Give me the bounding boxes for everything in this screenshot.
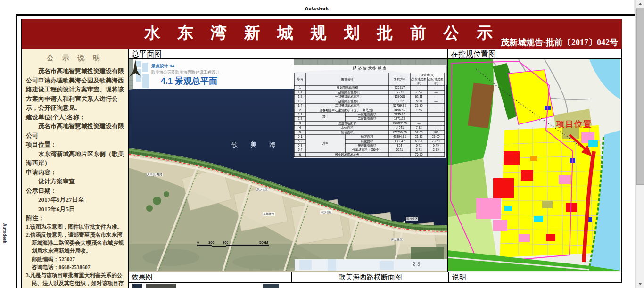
col-header-pct-land: 占陆地总面积 xyxy=(428,77,445,86)
plan-sheet-title: 4.1 景观总平面 xyxy=(161,75,217,87)
master-plan-panel: 总平面图 xyxy=(129,49,448,272)
notice-document: 水 东 湾 新 城 规 划 批 前 公 示 茂新城规告-批前〔2017〕042号… xyxy=(16,14,638,288)
notice-line: 申请内容： xyxy=(26,168,124,177)
rendering-panel-title: 效果图 xyxy=(129,272,292,282)
zoning-map-image: 项目位置 xyxy=(448,59,620,272)
master-plan-image: 景点设计 04 歌美海公园及歌美海西路建设工程设计 4.1 景观总平面 歌 美 … xyxy=(129,59,447,272)
notice-title: 水 东 湾 新 城 规 划 批 前 公 示 xyxy=(144,22,499,44)
plan-area-label: 亲水住区 xyxy=(320,210,332,214)
scroll-down-icon xyxy=(638,283,642,285)
table-row: 1.4二期景观基地面积53759.3823.80— xyxy=(295,104,445,108)
table-row: 5陆地面积177796.3892.68100 xyxy=(295,130,445,134)
plan-series-label: 景点设计 04 xyxy=(151,63,174,69)
location-map-panel-title: 在控规位置图 xyxy=(448,49,621,59)
notice-line: 建设单位(个人)名称： xyxy=(26,113,124,122)
notice-line: 咨询电话：0668-2538607 xyxy=(26,263,124,272)
notice-line: 设计方案审查 xyxy=(26,177,124,186)
notice-text-block: 茂名市高地智慧城投资建设有限公司申请办理歌美海公园及歌美海西路建设工程的设计方案… xyxy=(26,66,124,288)
cross-section-panel-title: 歌美海西路横断面图 xyxy=(292,272,449,282)
description-panel-title: 说明 xyxy=(449,272,622,282)
plan-area-label: 芦苇区·海湾 xyxy=(147,173,163,176)
public-notice-panel: 公 示 说 明 茂名市高地智慧城投资建设有限公司申请办理歌美海公园及歌美海西路建… xyxy=(21,49,129,288)
notice-line: 项目位置： xyxy=(26,140,124,149)
notice-line: 邮政编码：525027 xyxy=(26,255,124,263)
col-header-area: 面积(m²) xyxy=(389,73,411,86)
plan-footer-strip: 23 xyxy=(295,259,447,271)
notice-line: 附注： xyxy=(26,214,124,223)
table-row: 1规划用地总面积225917—— xyxy=(295,86,445,90)
scrollbar-thumb[interactable] xyxy=(636,8,644,185)
notice-line: 茂名市高地智慧城投资建设有限公司 xyxy=(26,122,124,140)
project-location-label: 项目位置 xyxy=(556,119,592,130)
col-header-no: 序号 xyxy=(295,73,306,86)
table-row: 1.1一期道路基地面积172717.64— xyxy=(295,90,445,94)
autodesk-logo-left: Autodesk xyxy=(2,223,7,243)
zoning-map-art xyxy=(448,59,620,271)
autodesk-logo-top: Autodesk xyxy=(305,6,329,11)
table-row: 2.1其中一层建筑面积2225.35 xyxy=(295,112,445,116)
table-row: 3景观基地面积191827.38— xyxy=(295,121,445,125)
bottom-section-headers: 效果图 歌美海西路横断面图 说明 xyxy=(129,272,622,283)
table-row: 5.1其中铺装面积40894.3821.3223.00 xyxy=(295,135,445,139)
plan-area-label: 亲水住区 xyxy=(263,212,275,216)
plan-area-label: 亲水住区 xyxy=(256,188,268,191)
title-band: 水 东 湾 新 城 规 划 批 前 公 示 茂新城规告-批前〔2017〕042号 xyxy=(21,19,622,49)
table-row: 2游客服务中心建筑面积（位于一期范围）3496.621.55 xyxy=(295,108,445,112)
notice-line: 茂名市高地智慧城投资建设有限公司申请办理歌美海公园及歌美海西路建设工程的设计方案… xyxy=(26,66,124,113)
cropped-content-strip xyxy=(129,283,622,288)
table-row: 1.2一期景观基地面积13806861.11— xyxy=(295,95,445,99)
col-header-name: 用地名称 xyxy=(306,73,389,86)
notice-line: 公示日期： xyxy=(26,186,124,196)
compass-icon xyxy=(129,59,142,77)
viewer-page: Autodesk Autodesk Autodesk 水 东 湾 新 城 规 划… xyxy=(0,0,634,288)
plan-area-label: 滨水住区 xyxy=(391,238,403,241)
document-number: 茂新城规告-批前〔2017〕042号 xyxy=(501,37,618,48)
notice-line: 2017年6月5日 xyxy=(26,205,124,214)
sea-name-label: 歌 美 海 xyxy=(231,140,281,149)
notice-panel-heading: 公 示 说 明 xyxy=(26,54,124,63)
notice-line: 1.该图为示意图，图件以审批文件为准。 xyxy=(26,223,124,231)
col-header-pct: 百分比(%) xyxy=(411,73,445,77)
table-row: 1.3二期道路基地面积133225.90— xyxy=(295,99,445,103)
plan-area-label: 滨水住区 xyxy=(406,217,418,221)
scroll-down-button[interactable] xyxy=(636,280,644,288)
scroll-up-button[interactable] xyxy=(636,0,644,8)
table-row: 4水体面积140417.32— xyxy=(295,126,445,130)
location-map-panel: 在控规位置图 xyxy=(448,49,622,272)
notice-line: 2.信函反馈意见，请邮寄至茂名市水东湾新城海港二路管委会大楼茂名市城乡规划局水东… xyxy=(26,231,124,255)
notice-line: 水东湾新城高地片区东侧（歌美海西岸） xyxy=(26,149,124,168)
vertical-scrollbar[interactable] xyxy=(635,0,644,288)
master-plan-panel-title: 总平面图 xyxy=(129,49,447,59)
indicator-table-title: 经济技术指标表 xyxy=(294,66,446,72)
scroll-up-icon xyxy=(638,3,642,5)
indicator-table: 经济技术指标表 序号 用地名称 xyxy=(294,65,446,158)
notice-line: 2017年5月27日至 xyxy=(26,195,124,205)
plan-project-label: 歌美海公园及歌美海西路建设工程设计 xyxy=(151,70,220,75)
scale-bar: 0 100 200 500M xyxy=(197,240,272,248)
notice-line: 3.凡是与该项目审批有重大利害关系的公民、法人以及其它组织，如对该项目存在异议，… xyxy=(26,272,124,288)
col-header-pct-base: 占基地总面积 xyxy=(411,77,428,86)
plan-page-number: 23 xyxy=(413,261,422,267)
table-row: 6绿化园地用地比例—76.90— xyxy=(295,152,445,156)
plan-title-block: 景点设计 04 歌美海公园及歌美海西路建设工程设计 4.1 景观总平面 xyxy=(133,59,294,89)
